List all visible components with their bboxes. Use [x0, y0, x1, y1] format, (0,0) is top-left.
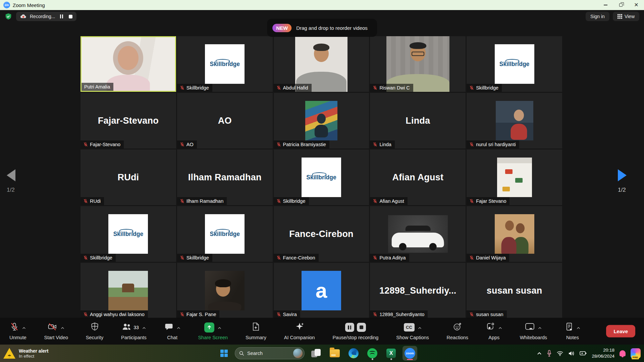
leave-button[interactable]: Leave [606, 325, 635, 338]
video-tile[interactable]: Riswan Dwi C [370, 36, 466, 92]
participant-name: Ilham Ramadhan [186, 198, 223, 204]
chat-icon [164, 322, 173, 333]
video-tile[interactable]: Fajar S. Pane [177, 263, 273, 318]
video-tile[interactable]: SkillbridgeSkillbridge [467, 36, 562, 92]
muted-mic-icon [180, 142, 184, 147]
video-tile[interactable]: RUdiRUdi [80, 149, 176, 205]
video-tile[interactable]: Putra Aditya [370, 206, 466, 262]
video-tile[interactable]: Abdul Hafid [274, 36, 369, 92]
camera-muted-icon [48, 322, 57, 333]
video-tile[interactable]: aSavira [274, 263, 369, 318]
show-captions-button[interactable]: CCShow Captions [396, 322, 429, 340]
start-button[interactable] [217, 347, 231, 360]
muted-mic-icon [180, 255, 184, 260]
start-video-chevron-icon[interactable] [61, 324, 64, 330]
wifi-icon[interactable] [557, 351, 563, 356]
close-button[interactable]: ✕ [629, 0, 644, 10]
hidden-icons-chevron[interactable] [537, 352, 542, 355]
sign-in-label: Sign in [590, 14, 605, 19]
video-tile[interactable]: Fajar Stevano [467, 149, 562, 205]
show-captions-label: Show Captions [396, 335, 429, 340]
video-tile[interactable]: Fajar-StevanoFajar-Stevano [80, 93, 176, 148]
zoom-app-icon: zm [3, 2, 10, 8]
unmute-button[interactable]: Unmute [9, 322, 26, 340]
video-tile[interactable]: Fance-CirebonFance-Cirebon [274, 206, 369, 262]
video-tile[interactable]: Ilham RamadhanIlham Ramadhan [177, 149, 273, 205]
video-tile[interactable]: Daniel Wijaya [467, 206, 562, 262]
video-tile[interactable]: susan susansusan susan [467, 263, 562, 318]
participant-name-label: Skillbridge [80, 254, 116, 262]
notes-button[interactable]: Notes [565, 322, 580, 340]
previous-page-arrow-icon[interactable] [7, 169, 15, 181]
paint-preview-app[interactable]: PRE [631, 348, 641, 358]
pause-recording-button[interactable] [345, 323, 354, 332]
microphone-tray-icon[interactable] [547, 350, 552, 357]
stop-recording-icon[interactable] [69, 15, 72, 18]
whiteboards-chevron-icon[interactable] [538, 324, 542, 330]
notifications-bell[interactable] [620, 350, 626, 356]
security-button[interactable]: Security [86, 322, 103, 340]
participant-display-name: susan susan [487, 286, 542, 296]
video-tile[interactable]: Anggi wahyu dwi laksono [80, 263, 176, 318]
volume-icon[interactable] [568, 351, 575, 356]
video-tile[interactable]: Putri Amalia [80, 36, 176, 92]
participants-chevron-icon[interactable] [142, 324, 146, 330]
view-button[interactable]: View [613, 12, 639, 21]
video-tile[interactable]: LindaLinda [370, 93, 466, 148]
restore-button[interactable] [613, 0, 629, 10]
taskbar-file-explorer[interactable] [327, 346, 342, 361]
recording-indicator: Recording... [16, 12, 76, 21]
share-screen-chevron-icon[interactable] [218, 324, 221, 330]
video-tile[interactable]: SkillbridgeSkillbridge [274, 149, 369, 205]
whiteboards-button[interactable]: Whiteboards [520, 322, 547, 340]
video-tile[interactable]: nurul sri hardiyanti [467, 93, 562, 148]
chat-button[interactable]: Chat [164, 322, 180, 340]
bell-icon [620, 350, 626, 356]
participant-name: Fance-Cirebon [283, 255, 315, 260]
ai-companion-button[interactable]: AI Companion [284, 322, 315, 340]
next-page-arrow-icon[interactable] [618, 169, 627, 181]
taskbar-search[interactable]: Search [235, 347, 305, 359]
video-tile[interactable]: SkillbridgeSkillbridge [177, 36, 273, 92]
pause-stop-recording-button[interactable]: Pause/stop recording [332, 322, 378, 340]
file-explorer-icon [330, 349, 340, 357]
participant-name: Skillbridge [186, 255, 209, 260]
taskbar-task-view[interactable] [309, 346, 323, 361]
apps-button[interactable]: Apps [486, 322, 502, 340]
encryption-shield-icon[interactable] [5, 12, 12, 20]
taskbar-clock[interactable]: 20:18 28/06/2024 [592, 347, 614, 359]
notes-chevron-icon[interactable] [577, 324, 580, 330]
video-tile[interactable]: SkillbridgeSkillbridge [80, 206, 176, 262]
unmute-chevron-icon[interactable] [22, 324, 26, 330]
reactions-button[interactable]: Reactions [447, 322, 468, 340]
windows-logo-icon [220, 350, 228, 357]
sign-in-button[interactable]: Sign in [586, 12, 609, 21]
pause-recording-icon[interactable] [60, 14, 63, 18]
participants-button[interactable]: 33Participants [121, 322, 147, 340]
zoom-meeting-window: zm Zoom Meeting ✕ Recording... Sign in [0, 0, 644, 362]
taskbar-spotify[interactable] [365, 346, 380, 361]
taskbar-edge[interactable] [346, 346, 361, 361]
summary-button[interactable]: Summary [246, 322, 266, 340]
share-screen-button[interactable]: Share Screen [198, 322, 228, 340]
show-captions-chevron-icon[interactable] [418, 324, 422, 330]
muted-mic-icon [469, 199, 474, 203]
taskbar-zoom[interactable]: zoom [402, 346, 417, 361]
chat-chevron-icon[interactable] [177, 324, 180, 330]
apps-chevron-icon[interactable] [498, 324, 502, 330]
start-video-button[interactable]: Start Video [44, 322, 68, 340]
stop-recording-button[interactable] [357, 323, 366, 332]
participant-name: nurul sri hardiyanti [476, 142, 516, 147]
taskbar-time: 20:18 [592, 347, 614, 353]
video-tile[interactable]: Afian AgustAfian Agust [370, 149, 466, 205]
video-tile[interactable]: 12898_Suherdiy...12898_Suherdiyanto [370, 263, 466, 318]
minimize-button[interactable] [598, 0, 613, 10]
battery-icon[interactable] [580, 351, 587, 356]
weather-widget[interactable]: ☂ Weather alert In effect [3, 348, 48, 359]
video-tile[interactable]: SkillbridgeSkillbridge [177, 206, 273, 262]
video-tile[interactable]: AOAO [177, 93, 273, 148]
video-tile[interactable]: Patricia Bramiyastie [274, 93, 369, 148]
reactions-icon [453, 322, 462, 333]
participants-icon [122, 322, 131, 333]
taskbar-excel[interactable]: X [384, 346, 398, 361]
